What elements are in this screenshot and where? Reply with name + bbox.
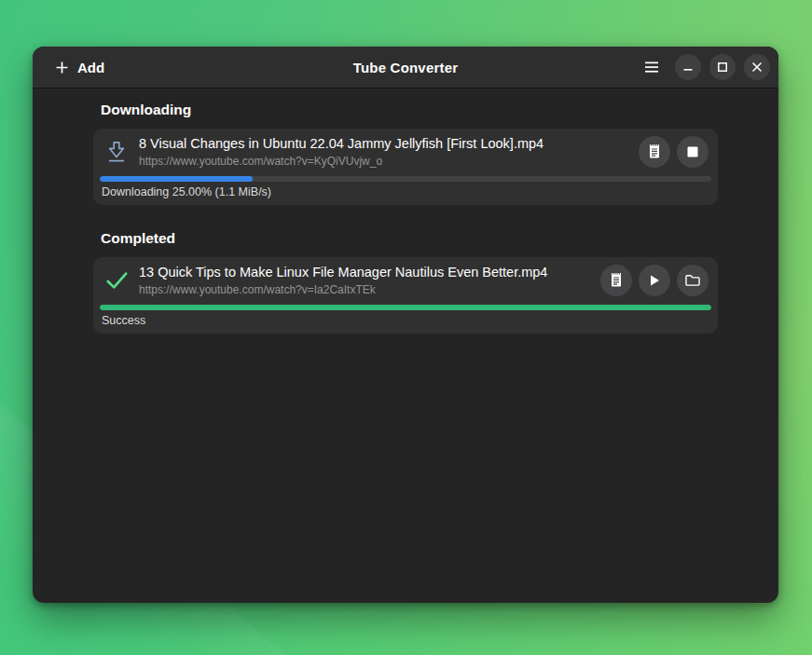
tube-converter-window: Add Tube Converter: [33, 47, 778, 603]
section-header-completed: Completed: [101, 230, 718, 247]
maximize-icon: [717, 61, 728, 73]
open-folder-button[interactable]: [677, 265, 709, 296]
minimize-icon: [682, 61, 694, 73]
headerbar: Add Tube Converter: [33, 47, 778, 88]
add-button-label: Add: [77, 60, 104, 75]
check-icon: [101, 269, 132, 292]
folder-icon: [684, 273, 701, 287]
maximize-button[interactable]: [709, 54, 736, 80]
main-menu-button[interactable]: [637, 52, 667, 82]
add-button[interactable]: Add: [46, 54, 114, 81]
stop-icon: [687, 146, 698, 157]
plus-icon: [55, 61, 69, 75]
close-icon: [751, 61, 763, 73]
log-icon: [647, 143, 662, 159]
completed-row: 13 Quick Tips to Make Linux File Manager…: [93, 257, 718, 334]
view-log-button[interactable]: [600, 265, 632, 296]
close-button[interactable]: [744, 54, 770, 80]
stop-button[interactable]: [677, 136, 709, 168]
hamburger-menu-icon: [644, 61, 659, 74]
play-icon: [648, 274, 661, 287]
media-url: https://www.youtube.com/watch?v=KyQiVUvj…: [139, 154, 629, 169]
media-title: 8 Visual Changes in Ubuntu 22.04 Jammy J…: [139, 135, 629, 153]
minimize-button[interactable]: [675, 54, 701, 80]
download-icon: [101, 139, 132, 165]
log-icon: [609, 272, 624, 288]
media-title: 13 Quick Tips to Make Linux File Manager…: [139, 264, 591, 281]
download-status: Downloading 25.00% (1.1 MiB/s): [93, 182, 718, 205]
view-log-button[interactable]: [639, 136, 670, 168]
download-list: Downloading 8 Visual Changes in Ubuntu 2…: [93, 102, 718, 334]
section-header-downloading: Downloading: [101, 102, 718, 118]
media-url: https://www.youtube.com/watch?v=Ia2CaItx…: [139, 282, 591, 297]
play-button[interactable]: [639, 265, 670, 296]
completed-status: Success: [93, 310, 718, 334]
header-controls: [637, 52, 770, 82]
download-row: 8 Visual Changes in Ubuntu 22.04 Jammy J…: [93, 129, 718, 205]
